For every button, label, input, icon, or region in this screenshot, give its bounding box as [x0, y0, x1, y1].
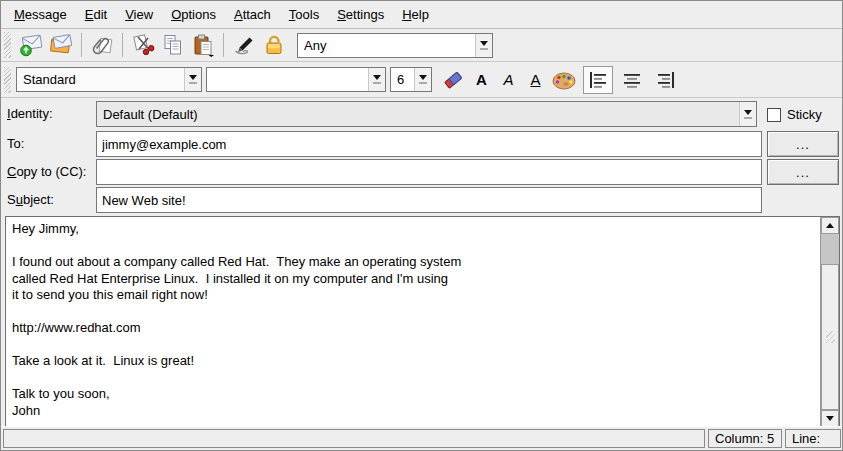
chevron-down-icon — [739, 102, 756, 126]
encrypt-message-button[interactable] — [259, 31, 289, 59]
menu-help[interactable]: Help — [393, 2, 438, 28]
paragraph-style-value: Standard — [17, 72, 184, 87]
sign-message-icon — [232, 33, 256, 57]
menu-settings[interactable]: Settings — [328, 2, 393, 28]
status-line-panel: Line: 12 — [785, 429, 841, 448]
chevron-down-icon — [368, 68, 385, 91]
align-right-icon — [655, 69, 677, 91]
menubar: Message Edit View Options Attach Tools S… — [1, 1, 842, 29]
status-column-panel: Column: 5 — [708, 429, 782, 448]
font-family-combobox[interactable] — [206, 67, 386, 92]
underline-button[interactable]: A — [522, 66, 549, 94]
mail-composer-window: Message Edit View Options Attach Tools S… — [0, 0, 843, 451]
paste-button[interactable] — [188, 31, 218, 59]
identity-label: Identity: — [7, 101, 53, 127]
scroll-down-button[interactable] — [821, 410, 839, 427]
align-left-button[interactable] — [583, 66, 613, 94]
queue-mail-icon — [49, 33, 73, 57]
toolbar-separator — [122, 33, 123, 57]
menu-edit[interactable]: Edit — [76, 2, 116, 28]
paragraph-style-combobox[interactable]: Standard — [16, 67, 202, 92]
arrow-down-icon — [826, 416, 834, 421]
sign-message-button[interactable] — [229, 31, 259, 59]
align-right-button[interactable] — [651, 66, 681, 94]
attach-file-button[interactable] — [87, 31, 117, 59]
cut-icon — [131, 33, 155, 57]
chevron-down-icon — [414, 68, 431, 91]
scrollbar-track[interactable] — [821, 234, 839, 264]
sticky-checkbox[interactable] — [767, 108, 781, 122]
chevron-down-icon — [475, 34, 492, 57]
cc-label: Copy to (CC): — [7, 159, 86, 185]
text-color-button[interactable] — [549, 66, 579, 94]
sticky-option[interactable]: Sticky — [767, 107, 822, 122]
align-left-icon — [587, 69, 609, 91]
align-center-button[interactable] — [617, 66, 647, 94]
identity-value: Default (Default) — [97, 107, 739, 122]
priority-combobox[interactable]: Any — [297, 33, 493, 58]
send-mail-icon — [19, 33, 43, 57]
align-center-icon — [621, 69, 643, 91]
toolbar-drag-handle[interactable] — [4, 67, 11, 93]
to-input[interactable] — [96, 131, 762, 157]
identity-combobox[interactable]: Default (Default) — [96, 101, 757, 127]
font-size-combobox[interactable]: 6 — [390, 67, 432, 92]
font-size-value: 6 — [391, 72, 414, 87]
scrollbar-thumb[interactable] — [821, 264, 839, 410]
toolbar-separator — [223, 33, 224, 57]
eraser-icon — [441, 68, 465, 92]
message-body-text[interactable]: Hey Jimmy, I found out about a company c… — [12, 221, 815, 425]
menu-tools[interactable]: Tools — [280, 2, 328, 28]
scrollbar-grip-icon — [826, 331, 835, 343]
message-headers: Identity: Default (Default) Sticky To: .… — [1, 98, 842, 216]
message-body-editor[interactable]: Hey Jimmy, I found out about a company c… — [5, 216, 840, 428]
menu-message[interactable]: Message — [5, 2, 76, 28]
subject-label: Subject: — [7, 187, 54, 213]
chevron-down-icon — [184, 68, 201, 91]
cut-button[interactable] — [128, 31, 158, 59]
scroll-up-button[interactable] — [821, 217, 839, 234]
send-mail-button[interactable] — [16, 31, 46, 59]
queue-mail-button[interactable] — [46, 31, 76, 59]
copy-icon — [161, 33, 185, 57]
main-toolbar: Any — [1, 29, 842, 62]
format-toolbar: Standard 6 A A — [1, 62, 842, 98]
menu-options[interactable]: Options — [162, 2, 225, 28]
sticky-label: Sticky — [787, 107, 822, 122]
to-addressbook-button[interactable]: ... — [767, 131, 839, 157]
copy-button[interactable] — [158, 31, 188, 59]
cc-addressbook-button[interactable]: ... — [767, 159, 839, 185]
menu-view[interactable]: View — [116, 2, 162, 28]
italic-button[interactable]: A — [495, 66, 522, 94]
remove-formatting-button[interactable] — [438, 66, 468, 94]
priority-value: Any — [298, 38, 475, 53]
statusbar: Column: 5 Line: 12 — [1, 426, 842, 450]
arrow-up-icon — [826, 223, 834, 228]
cc-input[interactable] — [96, 159, 762, 185]
subject-input[interactable] — [96, 187, 762, 213]
menu-attach[interactable]: Attach — [225, 2, 280, 28]
toolbar-separator — [81, 33, 82, 57]
palette-icon — [551, 68, 577, 92]
vertical-scrollbar[interactable] — [820, 217, 839, 427]
paste-icon — [191, 33, 215, 57]
attach-file-icon — [90, 33, 114, 57]
to-label: To: — [7, 131, 24, 157]
status-message-panel — [3, 429, 705, 448]
encrypt-message-icon — [262, 33, 286, 57]
toolbar-drag-handle[interactable] — [4, 32, 11, 58]
bold-button[interactable]: A — [468, 66, 495, 94]
